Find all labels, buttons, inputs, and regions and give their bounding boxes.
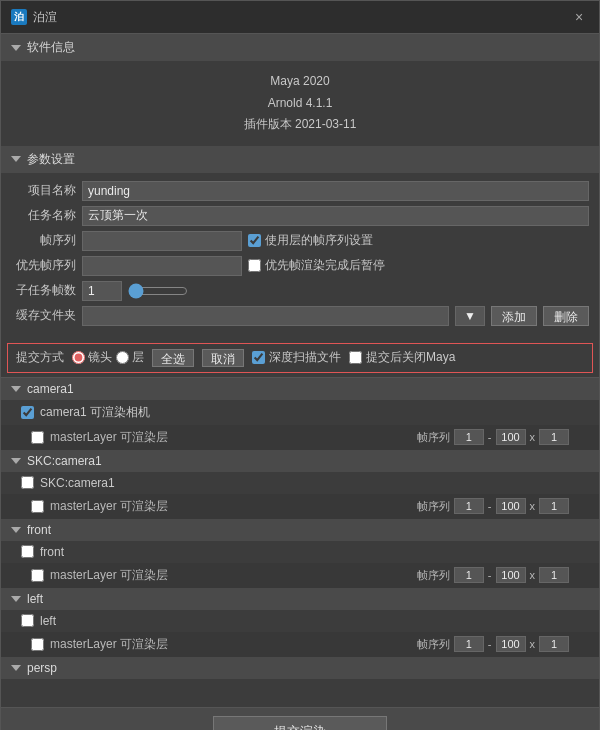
camera-list: camera1 camera1 可渲染相机 masterLayer 可渲染层 帧…	[1, 377, 599, 707]
radio-group: 镜头 层	[72, 349, 144, 366]
camera1-layer1: masterLayer 可渲染层 帧序列 - x	[1, 425, 599, 450]
close-maya-area: 提交后关闭Maya	[349, 349, 455, 366]
radio-layer-option: 层	[116, 349, 144, 366]
collapse-icon	[11, 45, 21, 51]
camera1-layer1-frame-end[interactable]	[496, 429, 526, 445]
left-checkbox[interactable]	[21, 614, 34, 627]
camera1-label: camera1 可渲染相机	[40, 404, 150, 421]
software-line1: Maya 2020	[11, 71, 589, 93]
radio-camera[interactable]	[72, 351, 85, 364]
software-line3: 插件版本 2021-03-11	[11, 114, 589, 136]
camera1-checkbox[interactable]	[21, 406, 34, 419]
left-frame-label: 帧序列	[417, 637, 450, 652]
radio-layer[interactable]	[116, 351, 129, 364]
pause-after-area: 优先帧渲染完成后暂停	[248, 257, 385, 274]
frame-seq-input[interactable]	[82, 231, 242, 251]
pause-after-checkbox[interactable]	[248, 259, 261, 272]
skc-layer1-checkbox[interactable]	[31, 500, 44, 513]
camera1-name: camera1	[27, 382, 74, 396]
left-renderable: left	[1, 610, 599, 632]
front-layer1-checkbox[interactable]	[31, 569, 44, 582]
skc-frame-label: 帧序列	[417, 499, 450, 514]
front-checkbox[interactable]	[21, 545, 34, 558]
front-renderable: front	[1, 541, 599, 563]
camera-group-skc: SKC:camera1	[1, 450, 599, 472]
camera-group-left: left	[1, 588, 599, 610]
priority-frame-row: 优先帧序列 优先帧渲染完成后暂停	[11, 256, 589, 276]
left-layer1-checkbox[interactable]	[31, 638, 44, 651]
deep-scan-checkbox[interactable]	[252, 351, 265, 364]
radio-camera-option: 镜头	[72, 349, 112, 366]
subtask-slider[interactable]	[128, 284, 188, 298]
front-layer1-frame-start[interactable]	[454, 567, 484, 583]
priority-frame-label: 优先帧序列	[11, 257, 76, 274]
left-layer1-frame-step[interactable]	[539, 636, 569, 652]
skc-layer1-frame-step[interactable]	[539, 498, 569, 514]
camera1-layer1-checkbox[interactable]	[31, 431, 44, 444]
cancel-button[interactable]: 取消	[202, 349, 244, 367]
close-maya-checkbox[interactable]	[349, 351, 362, 364]
front-frame-dash: -	[488, 569, 492, 581]
skc-checkbox[interactable]	[21, 476, 34, 489]
skc-layer1-frame-start[interactable]	[454, 498, 484, 514]
select-all-button[interactable]: 全选	[152, 349, 194, 367]
software-line2: Arnold 4.1.1	[11, 93, 589, 115]
subtask-row: 子任务帧数	[11, 281, 589, 301]
submit-label: 提交方式	[16, 349, 64, 366]
cache-folder-label: 缓存文件夹	[11, 307, 76, 324]
camera1-layer1-frame-step[interactable]	[539, 429, 569, 445]
cache-folder-input[interactable]	[82, 306, 449, 326]
subtask-input[interactable]	[82, 281, 122, 301]
app-icon: 泊	[11, 9, 27, 25]
priority-frame-input[interactable]	[82, 256, 242, 276]
submit-row: 提交方式 镜头 层 全选 取消 深度扫描文件 提交后关闭Maya	[16, 349, 584, 367]
window-title: 泊渲	[33, 9, 57, 26]
frame-seq-label: 帧序列	[11, 232, 76, 249]
params-section: 项目名称 任务名称 帧序列 使用层的帧序列设置 优先帧序列 优先帧渲染完成后暂停	[1, 173, 599, 339]
camera1-layer1-frame-start[interactable]	[454, 429, 484, 445]
front-frame-x: x	[530, 569, 536, 581]
project-name-input[interactable]	[82, 181, 589, 201]
delete-button[interactable]: 删除	[543, 306, 589, 326]
front-layer1: masterLayer 可渲染层 帧序列 - x	[1, 563, 599, 588]
persp-collapse-icon	[11, 665, 21, 671]
left-frame-dash: -	[488, 638, 492, 650]
pause-after-label: 优先帧渲染完成后暂停	[265, 257, 385, 274]
camera1-collapse-icon	[11, 386, 21, 392]
use-layer-frame-label: 使用层的帧序列设置	[265, 232, 373, 249]
skc-layer1-frame-end[interactable]	[496, 498, 526, 514]
left-layer1-name: masterLayer 可渲染层	[50, 636, 168, 653]
front-collapse-icon	[11, 527, 21, 533]
software-info-content: Maya 2020 Arnold 4.1.1 插件版本 2021-03-11	[1, 61, 599, 146]
skc-frame-dash: -	[488, 500, 492, 512]
close-button[interactable]: ×	[569, 7, 589, 27]
radio-layer-label: 层	[132, 349, 144, 366]
camera1-renderable: camera1 可渲染相机	[1, 400, 599, 425]
task-name-row: 任务名称	[11, 206, 589, 226]
camera1-layer1-frame-info: 帧序列 - x	[417, 429, 569, 445]
front-layer1-frame-end[interactable]	[496, 567, 526, 583]
use-layer-frame-checkbox[interactable]	[248, 234, 261, 247]
frame-seq-row: 帧序列 使用层的帧序列设置	[11, 231, 589, 251]
submit-render-button[interactable]: 提交渲染	[213, 716, 387, 730]
skc-name: SKC:camera1	[27, 454, 102, 468]
deep-scan-label: 深度扫描文件	[269, 349, 341, 366]
software-info-header: 软件信息	[1, 34, 599, 61]
cache-dropdown-btn[interactable]: ▼	[455, 306, 485, 326]
params-collapse-icon	[11, 156, 21, 162]
front-layer1-frame-info: 帧序列 - x	[417, 567, 569, 583]
frame-label: 帧序列	[417, 430, 450, 445]
radio-camera-label: 镜头	[88, 349, 112, 366]
cache-folder-row: 缓存文件夹 ▼ 添加 删除	[11, 306, 589, 326]
skc-layer1-name: masterLayer 可渲染层	[50, 498, 168, 515]
task-name-label: 任务名称	[11, 207, 76, 224]
task-name-input[interactable]	[82, 206, 589, 226]
front-layer1-frame-step[interactable]	[539, 567, 569, 583]
left-layer1-frame-end[interactable]	[496, 636, 526, 652]
left-layer1: masterLayer 可渲染层 帧序列 - x	[1, 632, 599, 657]
left-label: left	[40, 614, 56, 628]
skc-label: SKC:camera1	[40, 476, 115, 490]
left-layer1-frame-start[interactable]	[454, 636, 484, 652]
skc-renderable: SKC:camera1	[1, 472, 599, 494]
add-button[interactable]: 添加	[491, 306, 537, 326]
